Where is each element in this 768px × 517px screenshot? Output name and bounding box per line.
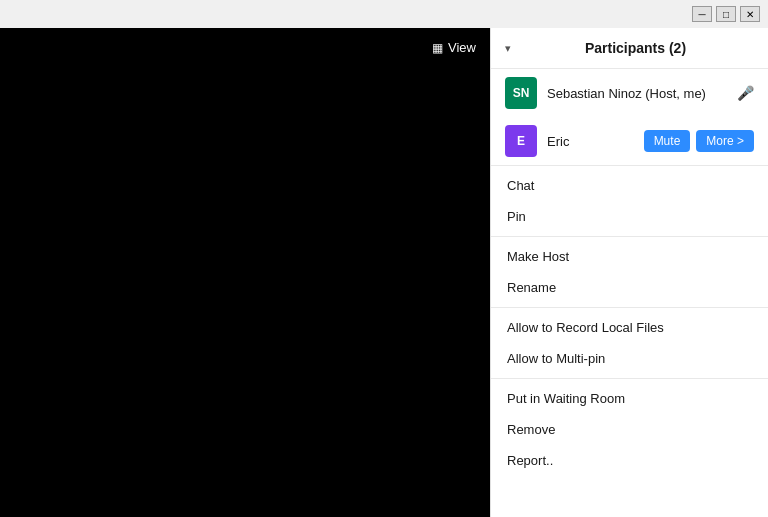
microphone-icon[interactable]: 🎤 <box>737 85 754 101</box>
collapse-arrow-icon[interactable]: ▾ <box>505 42 511 55</box>
menu-group-1: Chat Pin <box>491 166 768 237</box>
participants-list: SN Sebastian Ninoz (Host, me) 🎤 E Eric M… <box>491 69 768 165</box>
menu-item-chat[interactable]: Chat <box>491 170 768 201</box>
avatar: E <box>505 125 537 157</box>
main-container: ▦ View ▾ Participants (2) SN Sebastian N… <box>0 28 768 517</box>
menu-item-remove[interactable]: Remove <box>491 414 768 445</box>
view-icon: ▦ <box>432 41 443 55</box>
maximize-button[interactable]: □ <box>716 6 736 22</box>
panel-title: Participants (2) <box>517 40 754 56</box>
menu-item-report[interactable]: Report.. <box>491 445 768 476</box>
video-area: ▦ View <box>0 28 490 517</box>
participant-buttons: Mute More > <box>644 130 754 152</box>
participant-item: SN Sebastian Ninoz (Host, me) 🎤 <box>491 69 768 117</box>
menu-group-4: Put in Waiting Room Remove Report.. <box>491 379 768 480</box>
mute-button[interactable]: Mute <box>644 130 691 152</box>
participant-name: Eric <box>547 134 634 149</box>
participant-item: E Eric Mute More > <box>491 117 768 165</box>
menu-group-3: Allow to Record Local Files Allow to Mul… <box>491 308 768 379</box>
menu-item-allow-record[interactable]: Allow to Record Local Files <box>491 312 768 343</box>
menu-item-waiting-room[interactable]: Put in Waiting Room <box>491 383 768 414</box>
menu-item-make-host[interactable]: Make Host <box>491 241 768 272</box>
title-bar: ─ □ ✕ <box>0 0 768 28</box>
avatar: SN <box>505 77 537 109</box>
menu-item-pin[interactable]: Pin <box>491 201 768 232</box>
minimize-button[interactable]: ─ <box>692 6 712 22</box>
panel-header: ▾ Participants (2) <box>491 28 768 69</box>
right-panel: ▾ Participants (2) SN Sebastian Ninoz (H… <box>490 28 768 517</box>
more-button[interactable]: More > <box>696 130 754 152</box>
avatar-initials: E <box>517 134 525 148</box>
avatar-initials: SN <box>513 86 530 100</box>
menu-group-2: Make Host Rename <box>491 237 768 308</box>
view-button[interactable]: ▦ View <box>432 40 476 55</box>
participant-name: Sebastian Ninoz (Host, me) <box>547 86 727 101</box>
view-label: View <box>448 40 476 55</box>
dropdown-menu: Chat Pin Make Host Rename Allow to Recor… <box>491 165 768 480</box>
menu-item-rename[interactable]: Rename <box>491 272 768 303</box>
menu-item-allow-multipin[interactable]: Allow to Multi-pin <box>491 343 768 374</box>
close-button[interactable]: ✕ <box>740 6 760 22</box>
